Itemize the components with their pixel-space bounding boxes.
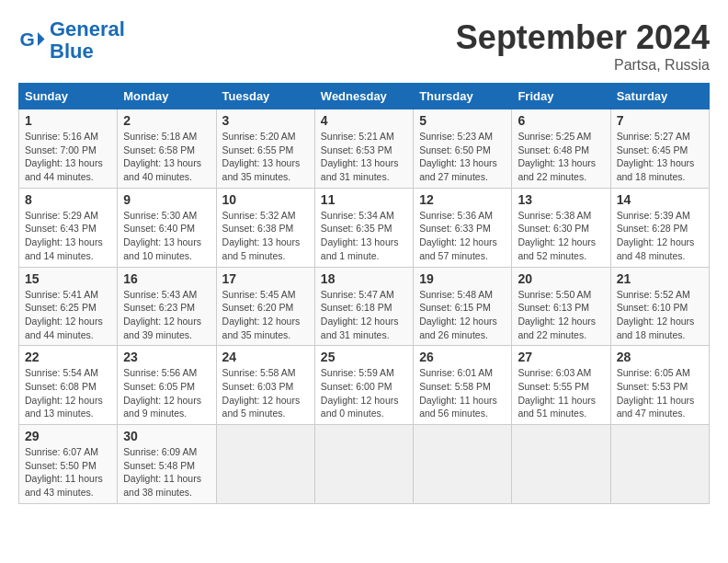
day-info: Sunrise: 5:38 AM Sunset: 6:30 PM Dayligh…: [518, 209, 604, 263]
calendar-day-cell: 19Sunrise: 5:48 AM Sunset: 6:15 PM Dayli…: [414, 267, 512, 346]
day-info: Sunrise: 5:20 AM Sunset: 6:55 PM Dayligh…: [222, 130, 309, 184]
day-info: Sunrise: 5:30 AM Sunset: 6:40 PM Dayligh…: [123, 209, 210, 263]
calendar-day-cell: 4Sunrise: 5:21 AM Sunset: 6:53 PM Daylig…: [314, 109, 413, 189]
day-info: Sunrise: 5:36 AM Sunset: 6:33 PM Dayligh…: [419, 209, 506, 263]
day-info: Sunrise: 5:50 AM Sunset: 6:13 PM Dayligh…: [518, 288, 604, 342]
day-info: Sunrise: 5:29 AM Sunset: 6:43 PM Dayligh…: [25, 209, 111, 263]
weekday-header-cell: Tuesday: [216, 84, 314, 109]
day-number: 9: [123, 192, 210, 207]
day-info: Sunrise: 6:03 AM Sunset: 5:55 PM Dayligh…: [518, 366, 604, 420]
calendar-day-cell: 14Sunrise: 5:39 AM Sunset: 6:28 PM Dayli…: [610, 188, 709, 267]
day-number: 6: [518, 113, 604, 128]
calendar-day-cell: 22Sunrise: 5:54 AM Sunset: 6:08 PM Dayli…: [19, 346, 118, 425]
calendar-day-cell: 6Sunrise: 5:25 AM Sunset: 6:48 PM Daylig…: [512, 109, 610, 189]
day-info: Sunrise: 5:43 AM Sunset: 6:23 PM Dayligh…: [123, 288, 210, 342]
day-number: 4: [321, 113, 407, 128]
calendar-day-cell: [414, 425, 512, 504]
calendar-day-cell: 27Sunrise: 6:03 AM Sunset: 5:55 PM Dayli…: [512, 346, 610, 425]
day-info: Sunrise: 6:05 AM Sunset: 5:53 PM Dayligh…: [617, 366, 703, 420]
svg-marker-1: [38, 32, 45, 46]
calendar-day-cell: 17Sunrise: 5:45 AM Sunset: 6:20 PM Dayli…: [216, 267, 314, 346]
calendar-day-cell: 25Sunrise: 5:59 AM Sunset: 6:00 PM Dayli…: [314, 346, 413, 425]
logo-line1: General: [50, 17, 125, 40]
calendar-table: SundayMondayTuesdayWednesdayThursdayFrid…: [18, 83, 710, 504]
day-info: Sunrise: 5:47 AM Sunset: 6:18 PM Dayligh…: [321, 288, 407, 342]
calendar-day-cell: 28Sunrise: 6:05 AM Sunset: 5:53 PM Dayli…: [610, 346, 709, 425]
weekday-header-cell: Sunday: [19, 84, 118, 109]
calendar-day-cell: 8Sunrise: 5:29 AM Sunset: 6:43 PM Daylig…: [19, 188, 118, 267]
day-number: 10: [222, 192, 309, 207]
day-info: Sunrise: 5:54 AM Sunset: 6:08 PM Dayligh…: [25, 366, 111, 420]
day-info: Sunrise: 5:34 AM Sunset: 6:35 PM Dayligh…: [321, 209, 407, 263]
calendar-day-cell: 9Sunrise: 5:30 AM Sunset: 6:40 PM Daylig…: [118, 188, 216, 267]
day-number: 12: [419, 192, 506, 207]
month-title: September 2024: [456, 18, 710, 57]
calendar-day-cell: 7Sunrise: 5:27 AM Sunset: 6:45 PM Daylig…: [610, 109, 709, 189]
calendar-day-cell: [512, 425, 610, 504]
calendar-day-cell: 1Sunrise: 5:16 AM Sunset: 7:00 PM Daylig…: [19, 109, 118, 189]
day-number: 29: [25, 429, 111, 443]
day-info: Sunrise: 6:09 AM Sunset: 5:48 PM Dayligh…: [123, 445, 210, 500]
day-info: Sunrise: 5:32 AM Sunset: 6:38 PM Dayligh…: [222, 209, 309, 263]
day-info: Sunrise: 5:16 AM Sunset: 7:00 PM Dayligh…: [25, 130, 111, 184]
logo-line2: Blue: [50, 40, 94, 63]
calendar-body: 1Sunrise: 5:16 AM Sunset: 7:00 PM Daylig…: [19, 109, 710, 504]
calendar-day-cell: [610, 425, 709, 504]
weekday-header-row: SundayMondayTuesdayWednesdayThursdayFrid…: [19, 84, 710, 109]
calendar-week-row: 15Sunrise: 5:41 AM Sunset: 6:25 PM Dayli…: [19, 267, 710, 346]
day-number: 20: [518, 271, 604, 286]
calendar-day-cell: 15Sunrise: 5:41 AM Sunset: 6:25 PM Dayli…: [19, 267, 118, 346]
day-number: 8: [25, 192, 111, 207]
calendar-day-cell: 2Sunrise: 5:18 AM Sunset: 6:58 PM Daylig…: [118, 109, 216, 189]
day-number: 22: [25, 350, 111, 364]
day-info: Sunrise: 6:07 AM Sunset: 5:50 PM Dayligh…: [25, 445, 111, 500]
calendar-day-cell: 12Sunrise: 5:36 AM Sunset: 6:33 PM Dayli…: [414, 188, 512, 267]
day-number: 13: [518, 192, 604, 207]
calendar-week-row: 8Sunrise: 5:29 AM Sunset: 6:43 PM Daylig…: [19, 188, 710, 267]
day-number: 3: [222, 113, 309, 128]
day-info: Sunrise: 5:23 AM Sunset: 6:50 PM Dayligh…: [419, 130, 506, 184]
calendar-day-cell: 23Sunrise: 5:56 AM Sunset: 6:05 PM Dayli…: [118, 346, 216, 425]
page-header: G General Blue September 2024 Partsa, Ru…: [18, 18, 710, 74]
weekday-header-cell: Thursday: [414, 84, 512, 109]
calendar-week-row: 1Sunrise: 5:16 AM Sunset: 7:00 PM Daylig…: [19, 109, 710, 189]
day-info: Sunrise: 5:56 AM Sunset: 6:05 PM Dayligh…: [123, 366, 210, 420]
day-number: 17: [222, 271, 309, 286]
calendar-day-cell: 10Sunrise: 5:32 AM Sunset: 6:38 PM Dayli…: [216, 188, 314, 267]
day-info: Sunrise: 5:48 AM Sunset: 6:15 PM Dayligh…: [419, 288, 506, 342]
day-number: 2: [123, 113, 210, 128]
day-number: 5: [419, 113, 506, 128]
day-info: Sunrise: 6:01 AM Sunset: 5:58 PM Dayligh…: [419, 366, 506, 420]
calendar-day-cell: 29Sunrise: 6:07 AM Sunset: 5:50 PM Dayli…: [19, 425, 118, 504]
weekday-header-cell: Wednesday: [314, 84, 413, 109]
calendar-day-cell: 18Sunrise: 5:47 AM Sunset: 6:18 PM Dayli…: [314, 267, 413, 346]
day-info: Sunrise: 5:59 AM Sunset: 6:00 PM Dayligh…: [321, 366, 407, 420]
title-block: September 2024 Partsa, Russia: [456, 18, 710, 74]
day-info: Sunrise: 5:18 AM Sunset: 6:58 PM Dayligh…: [123, 130, 210, 184]
svg-text:G: G: [20, 29, 35, 50]
calendar-day-cell: 11Sunrise: 5:34 AM Sunset: 6:35 PM Dayli…: [314, 188, 413, 267]
calendar-day-cell: 5Sunrise: 5:23 AM Sunset: 6:50 PM Daylig…: [414, 109, 512, 189]
calendar-day-cell: 3Sunrise: 5:20 AM Sunset: 6:55 PM Daylig…: [216, 109, 314, 189]
calendar-week-row: 22Sunrise: 5:54 AM Sunset: 6:08 PM Dayli…: [19, 346, 710, 425]
weekday-header-cell: Monday: [118, 84, 216, 109]
day-number: 15: [25, 271, 111, 286]
logo: G General Blue: [18, 18, 125, 63]
day-number: 19: [419, 271, 506, 286]
day-number: 28: [617, 350, 703, 364]
weekday-header-cell: Saturday: [610, 84, 709, 109]
weekday-header-cell: Friday: [512, 84, 610, 109]
calendar-day-cell: 13Sunrise: 5:38 AM Sunset: 6:30 PM Dayli…: [512, 188, 610, 267]
day-number: 18: [321, 271, 407, 286]
calendar-day-cell: 21Sunrise: 5:52 AM Sunset: 6:10 PM Dayli…: [610, 267, 709, 346]
day-info: Sunrise: 5:45 AM Sunset: 6:20 PM Dayligh…: [222, 288, 309, 342]
calendar-week-row: 29Sunrise: 6:07 AM Sunset: 5:50 PM Dayli…: [19, 425, 710, 504]
day-info: Sunrise: 5:25 AM Sunset: 6:48 PM Dayligh…: [518, 130, 604, 184]
day-number: 27: [518, 350, 604, 364]
day-info: Sunrise: 5:41 AM Sunset: 6:25 PM Dayligh…: [25, 288, 111, 342]
day-number: 23: [123, 350, 210, 364]
day-number: 1: [25, 113, 111, 128]
day-number: 11: [321, 192, 407, 207]
day-number: 26: [419, 350, 506, 364]
day-number: 24: [222, 350, 309, 364]
